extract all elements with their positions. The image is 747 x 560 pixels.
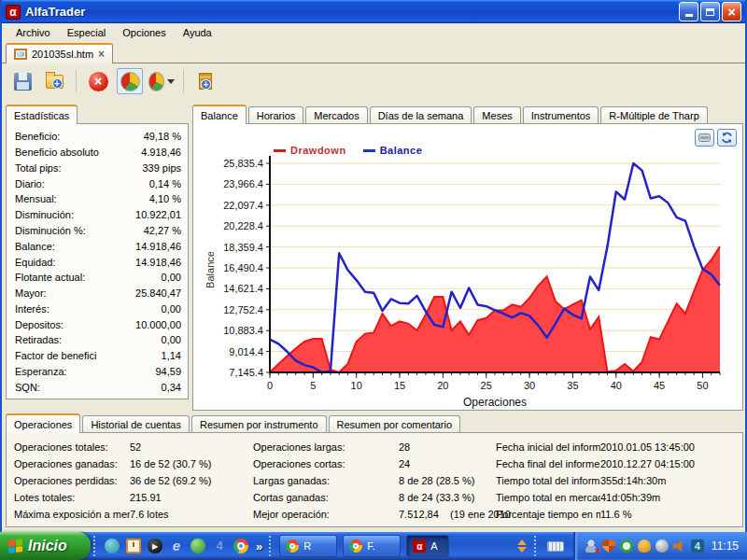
add-account-button[interactable]: + [192, 68, 218, 94]
summary-value: 2010.01.05 13:45:00 [600, 441, 695, 453]
user-offline-icon[interactable] [585, 539, 598, 553]
overflow-chevron[interactable]: » [252, 539, 266, 553]
chart-tab[interactable]: Balance [192, 105, 247, 124]
summary-row: Operaciones totales:52 [14, 439, 253, 455]
media-player-icon[interactable]: ▶ [148, 539, 162, 553]
shield-icon[interactable] [602, 539, 615, 553]
chart-tab[interactable]: Mercados [305, 106, 367, 123]
svg-text:23,966.4: 23,966.4 [223, 178, 263, 189]
task-button-chrome-f[interactable]: F. [343, 535, 401, 557]
sphere-icon[interactable] [655, 539, 669, 553]
volume-icon[interactable] [673, 539, 686, 553]
stat-label: Diario: [15, 178, 45, 189]
green-disc-icon[interactable] [620, 539, 633, 553]
close-button[interactable]: × [722, 2, 741, 21]
refresh-button[interactable] [717, 129, 737, 147]
chart-tab[interactable]: R-Múltiple de Tharp [600, 106, 707, 123]
chart-tab[interactable]: Horarios [248, 106, 304, 123]
menu-item[interactable]: Ayuda [175, 25, 220, 40]
chevron-down-icon [517, 547, 527, 553]
stat-value: 14.918,46 [135, 241, 181, 252]
chart-view-button[interactable] [117, 68, 143, 94]
svg-text:15: 15 [394, 380, 405, 391]
ie-icon[interactable]: e [169, 539, 184, 553]
menu-item[interactable]: Especial [59, 25, 115, 40]
save-button[interactable] [9, 68, 35, 94]
svg-text:25,835.4: 25,835.4 [223, 158, 263, 169]
stat-label: Disminución %: [15, 225, 86, 236]
stat-label: Flotante actual: [15, 272, 85, 283]
svg-text:22,097.4: 22,097.4 [223, 200, 263, 211]
chart-type-dropdown[interactable] [148, 68, 175, 94]
chevron-down-icon [167, 79, 175, 84]
operations-tab[interactable]: Historial de cuentas [82, 415, 190, 432]
taskbar-clock: 11:15 [712, 539, 739, 553]
stat-label: Retiradas: [15, 334, 62, 345]
svg-text:Operaciones: Operaciones [463, 396, 527, 409]
stat-value: 42,27 % [144, 225, 181, 236]
svg-text:20: 20 [437, 380, 448, 391]
stat-row: Beneficio: 49,18 % [15, 129, 181, 145]
svg-text:40: 40 [611, 380, 622, 391]
stat-label: SQN: [15, 382, 40, 393]
summary-row: Lotes totales:215.91 [14, 489, 253, 506]
stat-value: 25.840,47 [135, 287, 181, 299]
menu-item[interactable]: Opciones [114, 25, 174, 40]
start-button[interactable]: Inicio [0, 532, 91, 560]
system-tray: 4 11:15 [573, 532, 747, 560]
globe-icon[interactable] [190, 539, 205, 553]
stat-value: 49,18 % [144, 131, 181, 142]
snapshot-button[interactable] [695, 129, 714, 147]
quick-launch-handle[interactable] [93, 536, 98, 556]
summary-label: Cortas ganadas: [253, 492, 399, 503]
bug-icon[interactable] [638, 539, 651, 553]
chart-tab[interactable]: Meses [473, 106, 520, 123]
delete-button[interactable]: × [85, 68, 111, 94]
tray-handle[interactable] [534, 536, 539, 556]
minimize-button[interactable] [679, 2, 698, 21]
summary-value: 2010.12.27 04:15:00 [600, 458, 695, 469]
taskbar: Inicio ▶ e 4 » R F. α A [0, 532, 747, 560]
window-title: AlfaTrader [25, 5, 677, 19]
taskbar-handle[interactable] [269, 536, 274, 556]
stat-row: Flotante actual: 0,00 [15, 270, 181, 286]
summary-label: Operaciones cortas: [253, 458, 399, 469]
summary-label: Operaciones perdidas: [14, 475, 130, 486]
summary-row: Tiempo total del informe:355d:14h:30m [496, 472, 742, 489]
svg-text:10,883.4: 10,883.4 [223, 325, 263, 336]
task-button-chrome-r[interactable]: R [279, 535, 337, 557]
keyboard-layout-icon[interactable] [547, 541, 564, 552]
operations-tab-strip: OperacionesHistorial de cuentasResumen p… [6, 413, 743, 432]
summary-row: Operaciones largas:28 [253, 439, 496, 455]
open-add-button[interactable]: + [41, 68, 67, 94]
menu-item[interactable]: Archivo [7, 25, 59, 40]
document-tab[interactable]: 201035sl.htm × [6, 43, 113, 63]
stat-value: 339 pips [142, 162, 181, 174]
stat-value: 0,00 [162, 303, 181, 315]
tab-close-icon[interactable]: × [98, 48, 105, 61]
summary-label: Largas ganadas: [253, 475, 399, 486]
restore-button[interactable] [700, 2, 720, 21]
toolbar-separator [76, 70, 77, 92]
minimize-icon [685, 14, 693, 17]
operations-tab[interactable]: Resumen por comentario [329, 415, 461, 432]
chrome-icon[interactable] [233, 539, 248, 553]
alfatrader-icon: α [413, 539, 426, 553]
svg-text:25: 25 [481, 380, 492, 391]
chart-tab[interactable]: Instrumentos [523, 106, 599, 123]
four-icon[interactable]: 4 [691, 539, 704, 553]
summary-value: 7.6 lotes [130, 509, 169, 520]
tab-estadisticas[interactable]: Estadísticas [6, 105, 78, 124]
toolbar-scroll-buttons[interactable] [513, 539, 531, 553]
rds-icon[interactable] [105, 539, 120, 553]
summary-label: Tiempo total en mercado: [496, 492, 600, 503]
chart-tab[interactable]: Días de la semana [370, 106, 472, 123]
ghost-4-icon[interactable]: 4 [212, 539, 227, 553]
task-button-alfatrader[interactable]: α A [406, 535, 449, 557]
pie-chart-icon [148, 72, 164, 91]
summary-label: Porcentaje tiempo en mer [496, 509, 600, 520]
svg-text:12,752.4: 12,752.4 [223, 304, 263, 315]
operations-tab[interactable]: Operaciones [6, 413, 80, 433]
clock-icon[interactable] [126, 539, 141, 553]
operations-tab[interactable]: Resumen por instrumento [191, 415, 327, 432]
